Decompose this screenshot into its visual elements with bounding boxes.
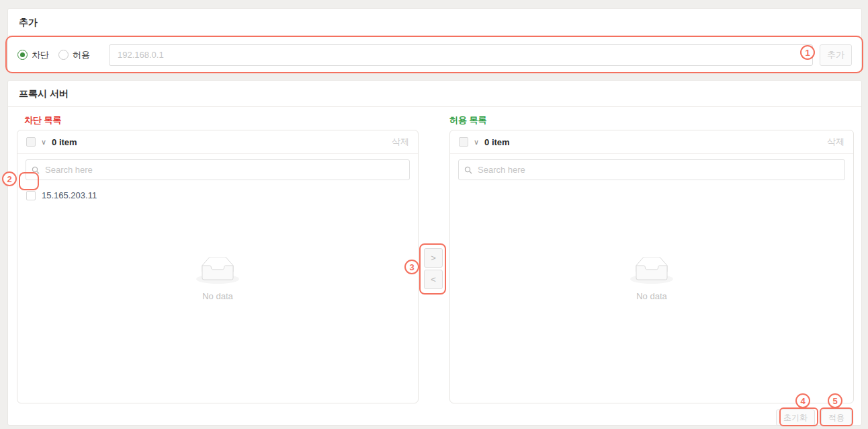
item-ip-address: 15.165.203.11 [42, 190, 97, 200]
search-icon [32, 166, 40, 174]
chevron-down-icon[interactable]: ∨ [474, 138, 479, 147]
footer-actions: 초기화 적용 [776, 410, 852, 426]
proxy-section-title: 프록시 서버 [8, 81, 861, 107]
ip-address-input[interactable] [109, 44, 813, 66]
delete-button[interactable]: 삭제 [392, 136, 409, 148]
search-box [458, 159, 845, 180]
reset-button[interactable]: 초기화 [776, 410, 815, 426]
block-list-label: 차단 목록 [24, 114, 62, 126]
radio-unselected-icon [58, 50, 69, 60]
delete-button[interactable]: 삭제 [827, 136, 844, 148]
radio-allow[interactable]: 허용 [58, 49, 90, 61]
allow-list-label: 허용 목록 [449, 114, 487, 126]
empty-state-text: No data [17, 291, 418, 301]
search-input[interactable] [44, 164, 404, 176]
transfer-controls: > < [424, 248, 443, 289]
search-box [26, 159, 410, 180]
empty-state: No data [450, 257, 853, 301]
search-input[interactable] [476, 164, 839, 176]
search-icon [464, 166, 472, 174]
list-item[interactable]: 15.165.203.11 [17, 186, 418, 205]
allow-panel-header: ∨ 0 item 삭제 [450, 130, 853, 154]
proxy-server-section: 프록시 서버 차단 목록 허용 목록 ∨ 0 item 삭제 15.165.20… [7, 80, 862, 426]
item-count: 0 item [484, 137, 510, 147]
block-panel-header: ∨ 0 item 삭제 [17, 130, 418, 154]
move-left-button[interactable]: < [424, 270, 443, 289]
item-count: 0 item [52, 137, 77, 147]
apply-button[interactable]: 적용 [821, 410, 852, 426]
empty-inbox-icon [196, 257, 239, 284]
select-all-checkbox[interactable] [26, 137, 36, 147]
block-list-panel: ∨ 0 item 삭제 15.165.203.11 No data [17, 130, 419, 403]
add-section: 추가 차단 허용 추가 [7, 8, 862, 73]
radio-selected-icon [17, 50, 28, 60]
radio-block-label: 차단 [32, 49, 49, 61]
item-checkbox[interactable] [26, 191, 36, 200]
empty-state-text: No data [450, 291, 853, 301]
allow-list-panel: ∨ 0 item 삭제 No data [449, 130, 854, 403]
empty-inbox-icon [630, 257, 673, 284]
chevron-down-icon[interactable]: ∨ [41, 138, 46, 147]
add-form-row: 차단 허용 추가 [8, 36, 861, 73]
radio-block[interactable]: 차단 [17, 49, 49, 61]
radio-allow-label: 허용 [73, 49, 90, 61]
select-all-checkbox[interactable] [459, 137, 468, 147]
add-section-title: 추가 [8, 9, 861, 36]
move-right-button[interactable]: > [424, 248, 443, 268]
empty-state: No data [17, 257, 418, 301]
add-button[interactable]: 추가 [820, 44, 852, 66]
